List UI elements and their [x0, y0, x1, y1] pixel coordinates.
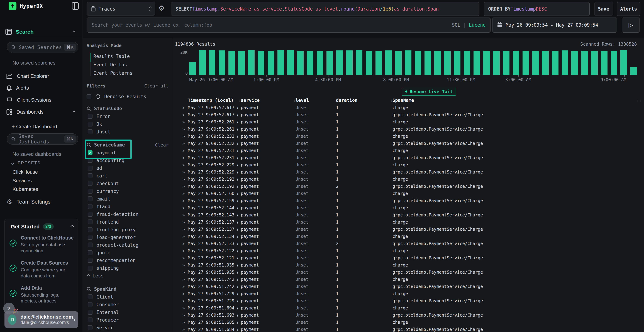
checkbox-icon[interactable] — [88, 242, 92, 248]
checkbox-icon[interactable] — [88, 122, 92, 126]
table-row[interactable]: >May 27 9:09:52.261 AMpaymentUnset1charg… — [173, 118, 644, 126]
column-header[interactable]: duration — [336, 98, 390, 103]
table-row[interactable]: >May 27 9:09:51.935 AMpaymentUnset1grpc.… — [173, 269, 644, 276]
get-started-item[interactable]: Add DataStart sending logs, metrics, or … — [5, 282, 78, 306]
column-header[interactable]: Timestamp (Local) — [188, 98, 238, 103]
histogram-bar[interactable] — [571, 51, 578, 75]
histogram-bar[interactable] — [317, 51, 323, 75]
table-row[interactable]: >May 27 9:09:52.261 AMpaymentUnset1grpc.… — [173, 126, 644, 133]
filter-checkbox-item[interactable]: product-catalog — [86, 241, 168, 249]
checkbox-icon[interactable] — [88, 235, 92, 240]
filter-checkbox-item[interactable]: Internal — [86, 308, 168, 316]
search-input[interactable]: Search your events w/ Lucene ex. column:… — [87, 18, 490, 32]
row-expand-icon[interactable]: > — [182, 141, 188, 146]
histogram-bar[interactable] — [581, 51, 588, 75]
histogram-bar[interactable] — [532, 51, 539, 75]
checkbox-icon[interactable] — [88, 158, 92, 163]
table-row[interactable]: >May 27 9:09:52.143 AMpaymentUnset1grpc.… — [173, 212, 644, 218]
histogram-bar[interactable] — [278, 50, 284, 75]
histogram-bar[interactable] — [562, 50, 568, 75]
row-expand-icon[interactable]: > — [182, 249, 188, 253]
source-settings-gear-icon[interactable]: ⚙ — [158, 4, 164, 12]
column-header[interactable]: level — [296, 98, 333, 103]
row-expand-icon[interactable]: > — [182, 263, 188, 268]
checkbox-icon[interactable] — [88, 196, 92, 201]
histogram-bar[interactable] — [542, 50, 549, 75]
filter-checkbox-item[interactable]: frontend-proxy — [86, 226, 168, 234]
table-row[interactable]: >May 27 9:09:51.694 AMpaymentUnset1charg… — [173, 304, 644, 312]
table-row[interactable]: >May 27 9:09:52.192 AMpaymentUnset2grpc.… — [173, 183, 644, 190]
filter-checkbox-item[interactable]: Producer — [86, 316, 168, 324]
histogram-bar[interactable] — [238, 50, 245, 75]
sql-select-input[interactable]: SELECT Timestamp, ServiceName as service… — [171, 2, 480, 16]
histogram-bar[interactable] — [405, 50, 412, 75]
histogram-bar[interactable] — [218, 50, 225, 75]
table-row[interactable]: >May 27 9:09:52.232 AMpaymentUnset1charg… — [173, 133, 644, 140]
row-expand-icon[interactable]: > — [182, 242, 188, 246]
filter-checkbox-item[interactable]: flagd — [86, 203, 168, 210]
team-settings-button[interactable]: ⚙ Team Settings — [0, 197, 82, 207]
table-row[interactable]: >May 27 9:09:52.121 AMpaymentUnset1grpc.… — [173, 254, 644, 262]
sidebar-item-client-sessions[interactable]: Client Sessions — [0, 95, 82, 105]
table-row[interactable]: >May 27 9:09:51.693 AMpaymentUnset1grpc.… — [173, 312, 644, 319]
histogram-bar[interactable] — [424, 51, 431, 75]
row-expand-icon[interactable]: > — [182, 156, 188, 160]
histogram-bar[interactable] — [415, 51, 421, 75]
chevron-up-icon[interactable] — [70, 225, 74, 228]
table-row[interactable]: >May 27 9:09:51.729 AMpaymentUnset1charg… — [173, 290, 644, 297]
resume-live-tail-button[interactable]: Resume Live Tail — [402, 88, 456, 96]
histogram-bar[interactable] — [189, 62, 196, 75]
presets-toggle[interactable]: PRESETS — [12, 161, 40, 166]
row-expand-icon[interactable]: > — [182, 292, 188, 296]
histogram-bar[interactable] — [248, 50, 255, 75]
table-row[interactable]: >May 27 9:09:52.617 AMpaymentUnset1grpc.… — [173, 111, 644, 118]
histogram-bar[interactable] — [385, 50, 392, 75]
table-row[interactable]: >May 27 9:09:52.231 AMpaymentUnset1grpc.… — [173, 154, 644, 161]
sidebar-item-dashboards[interactable]: Dashboards — [0, 107, 82, 117]
row-expand-icon[interactable]: > — [182, 177, 188, 182]
table-row[interactable]: >May 27 9:09:52.122 AMpaymentUnset1charg… — [173, 247, 644, 254]
denoise-checkbox[interactable] — [86, 94, 92, 99]
table-row[interactable]: >May 27 9:09:52.159 AMpaymentUnset1grpc.… — [173, 197, 644, 204]
filter-checkbox-item[interactable]: Consumer — [86, 301, 168, 308]
row-expand-icon[interactable]: > — [182, 148, 188, 153]
table-row[interactable]: >May 27 9:09:51.742 AMpaymentUnset1charg… — [173, 276, 644, 283]
chevron-up-icon[interactable] — [72, 30, 76, 34]
histogram-bar[interactable] — [552, 51, 558, 75]
histogram-bar[interactable] — [503, 51, 510, 75]
table-row[interactable]: >May 27 9:09:52.232 AMpaymentUnset1grpc.… — [173, 140, 644, 147]
analysis-mode-event-deltas[interactable]: Event Deltas — [94, 60, 168, 69]
row-expand-icon[interactable]: > — [182, 327, 188, 332]
clear-all-button[interactable]: Clear all — [144, 83, 168, 88]
saved-searches-input[interactable]: Saved Searches ⌘K — [7, 42, 78, 53]
filter-checkbox-item[interactable]: checkout — [86, 180, 168, 187]
filter-checkbox-item[interactable]: frontend — [86, 218, 168, 226]
checkbox-icon[interactable] — [88, 325, 92, 330]
checkbox-icon[interactable] — [88, 204, 92, 209]
histogram-bar[interactable] — [199, 50, 206, 75]
table-row[interactable]: >May 27 9:09:51.935 AMpaymentUnset1charg… — [173, 262, 644, 269]
sidebar-collapse-icon[interactable] — [72, 2, 79, 10]
column-header[interactable]: SpanName — [392, 98, 644, 103]
filter-checkbox-item[interactable]: recommendation — [86, 256, 168, 264]
run-search-button[interactable]: ▷ — [622, 18, 640, 32]
row-expand-icon[interactable]: > — [182, 184, 188, 189]
histogram-bar[interactable] — [268, 51, 274, 75]
mode-lucene-toggle[interactable]: Lucene — [469, 22, 486, 28]
filter-checkbox-item[interactable]: fraud-detection — [86, 210, 168, 218]
checkbox-checked-icon[interactable]: ✓ — [88, 150, 92, 155]
checkbox-icon[interactable] — [88, 302, 92, 307]
table-row[interactable]: >May 27 9:09:52.133 AMpaymentUnset2grpc.… — [173, 240, 644, 247]
checkbox-icon[interactable] — [88, 181, 92, 186]
histogram-bar[interactable] — [258, 50, 264, 75]
row-expand-icon[interactable]: > — [182, 192, 188, 196]
table-row[interactable]: >May 27 9:09:52.617 AMpaymentUnset1charg… — [173, 104, 644, 111]
table-row[interactable]: >May 27 9:09:52.229 AMpaymentUnset1charg… — [173, 161, 644, 168]
row-expand-icon[interactable]: > — [182, 313, 188, 318]
row-expand-icon[interactable]: > — [182, 284, 188, 289]
checkbox-icon[interactable] — [88, 129, 92, 134]
table-row[interactable]: >May 27 9:09:52.160 AMpaymentUnset1charg… — [173, 190, 644, 197]
histogram-bar[interactable] — [356, 50, 362, 75]
filter-checkbox-item[interactable]: Unset — [86, 128, 168, 136]
filter-checkbox-item[interactable]: ad — [86, 164, 168, 172]
